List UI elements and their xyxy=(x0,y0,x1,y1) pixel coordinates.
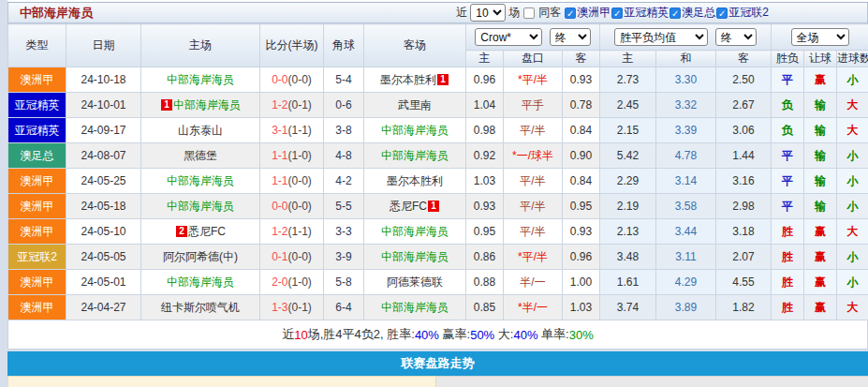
match-date: 24-05-25 xyxy=(66,169,141,194)
away-team-cell[interactable]: 中部海岸海员 xyxy=(364,219,466,245)
score-cell: 1-3(0-1) xyxy=(260,295,324,320)
league-badge: 澳洲甲 xyxy=(8,270,66,295)
handicap-away-odds: 1.03 xyxy=(563,295,600,320)
league-checkbox[interactable]: ✓ xyxy=(611,7,623,19)
away-team-cell[interactable]: 中部海岸海员 xyxy=(364,295,466,320)
team-name: 中部海岸海员 xyxy=(381,149,449,162)
match-row: 澳足总 24-08-07 黑德堡 1-1(1-0) 4-8 中部海岸海员 0.9… xyxy=(8,143,868,169)
league-checkbox[interactable]: ✓ xyxy=(716,7,728,19)
odds-time-select[interactable]: 终 xyxy=(715,28,757,46)
away-team-cell[interactable]: 中部海岸海员 xyxy=(364,143,466,169)
handicap-line: 平/半 xyxy=(504,169,563,194)
match-date: 24-10-01 xyxy=(66,93,141,118)
team-name: 中部海岸海员 xyxy=(167,275,234,289)
home-team-cell[interactable]: 中部海岸海员 xyxy=(141,194,260,219)
home-team-cell[interactable]: 2悉尼FC xyxy=(141,219,260,245)
summary-segment: 30% xyxy=(569,328,594,342)
league-badge: 澳洲甲 xyxy=(8,295,66,320)
home-team-cell[interactable]: 阿尔阿希德(中) xyxy=(141,245,260,270)
euro-home-odds: 2.29 xyxy=(600,169,656,194)
handicap-line: 半/一 xyxy=(504,270,563,295)
halftime-score: (0-0) xyxy=(288,250,312,263)
team-name: 中部海岸海员 xyxy=(167,73,234,86)
league-trend-button-label: 联赛盘路走势 xyxy=(402,355,475,372)
league-checkbox[interactable]: ✓ xyxy=(565,7,576,19)
team-name: 山东泰山 xyxy=(178,124,223,137)
result-goals: 大 xyxy=(837,295,868,320)
league-badge: 亚冠精英 xyxy=(8,93,66,118)
result-goals: 小 xyxy=(837,270,868,295)
result-handicap: 输 xyxy=(804,118,837,143)
col-header-type: 类型 xyxy=(8,24,66,67)
col-header-score: 比分(半场) xyxy=(260,24,324,67)
result-handicap: 赢 xyxy=(804,219,837,245)
team-name: 黑德堡 xyxy=(184,149,217,162)
next-section-sliver xyxy=(7,376,868,387)
euro-away-odds: 3.18 xyxy=(716,219,772,245)
away-team-cell[interactable]: 阿德莱德联 xyxy=(364,270,466,295)
handicap-home-odds: 0.96 xyxy=(466,67,504,93)
handicap-home-odds: 0.93 xyxy=(466,194,504,219)
handicap-home-odds: 0.86 xyxy=(466,245,504,270)
euro-away-odds: 4.55 xyxy=(716,270,772,295)
odds-type-select[interactable]: 胜平负均值 xyxy=(614,28,708,46)
match-date: 24-05-01 xyxy=(66,270,141,295)
home-team-cell[interactable]: 中部海岸海员 xyxy=(141,67,260,93)
odds-select-group: 胜平负均值 终 xyxy=(600,24,772,51)
handicap-away-odds: 0.93 xyxy=(563,67,600,93)
home-team-cell[interactable]: 中部海岸海员 xyxy=(141,270,260,295)
summary-segment: 50% xyxy=(470,328,494,342)
match-history-table: 类型 日期 主场 比分(半场) 角球 客场 Crow* 终 胜平负均值 xyxy=(7,23,868,320)
handicap-line: *半/一 xyxy=(504,295,563,320)
summary-segment: 场,胜4平4负2, 胜率: xyxy=(308,326,415,343)
halftime-score: (0-0) xyxy=(288,200,312,213)
handicap-away-odds: 0.84 xyxy=(563,169,600,194)
corner-score: 3-8 xyxy=(324,118,364,143)
fulltime-score: 0-1 xyxy=(272,250,287,263)
summary-segment: 40% xyxy=(415,328,439,342)
result-goals: 小 xyxy=(837,194,868,219)
team-name: 墨尔本胜利 xyxy=(387,174,443,187)
fulltime-score: 1-1 xyxy=(272,174,287,187)
home-team-cell[interactable]: 1中部海岸海员 xyxy=(141,93,260,118)
euro-draw-odds: 3.39 xyxy=(656,118,716,143)
recent-count-select[interactable]: 10 xyxy=(470,4,506,22)
corner-score: 3-3 xyxy=(324,219,364,245)
league-checkbox[interactable]: ✓ xyxy=(669,7,681,19)
away-team-cell[interactable]: 墨尔本胜利 xyxy=(364,169,466,194)
away-team-cell[interactable]: 中部海岸海员 xyxy=(364,118,466,143)
league-trend-button[interactable]: 联赛盘路走势 xyxy=(7,351,868,376)
away-team-cell[interactable]: 墨尔本胜利1 xyxy=(364,67,466,93)
handicap-time-select[interactable]: 终 xyxy=(550,28,591,46)
away-team-cell[interactable]: 中部海岸海员 xyxy=(364,245,466,270)
euro-away-odds: 3.16 xyxy=(716,169,772,194)
home-team-cell[interactable]: 山东泰山 xyxy=(141,118,260,143)
fulltime-score: 1-3 xyxy=(272,301,287,314)
result-handicap: 赢 xyxy=(804,295,837,320)
euro-home-odds: 1.61 xyxy=(600,270,656,295)
home-team-cell[interactable]: 黑德堡 xyxy=(141,143,260,169)
euro-draw-odds: 4.78 xyxy=(656,143,716,169)
home-team-cell[interactable]: 纽卡斯尔喷气机 xyxy=(141,295,260,320)
euro-away-odds: 2.07 xyxy=(716,245,772,270)
result-wdl: 负 xyxy=(772,118,804,143)
same-away-checkbox[interactable] xyxy=(523,7,535,19)
away-team-cell[interactable]: 悉尼FC1 xyxy=(364,194,466,219)
home-team-cell[interactable]: 中部海岸海员 xyxy=(141,169,260,194)
away-team-cell[interactable]: 武里南 xyxy=(364,93,466,118)
summary-segment: 大: xyxy=(494,326,513,343)
result-handicap: 赢 xyxy=(804,270,837,295)
handicap-away-odds: 0.93 xyxy=(563,219,600,245)
league-checkbox-label: 澳洲甲 xyxy=(577,5,611,21)
halftime-score: (0-0) xyxy=(288,73,312,86)
handicap-away-odds: 1.00 xyxy=(563,270,600,295)
col-header-hcp-away: 客 xyxy=(563,51,600,67)
euro-home-odds: 2.19 xyxy=(600,194,656,219)
scope-select[interactable]: 全场 xyxy=(791,28,849,46)
score-cell: 0-0(0-0) xyxy=(260,194,324,219)
match-date: 24-08-07 xyxy=(66,143,141,169)
halftime-score: (1-0) xyxy=(288,149,312,162)
fulltime-score: 1-2 xyxy=(272,225,287,238)
bookmaker-select[interactable]: Crow* xyxy=(475,28,542,46)
result-goals: 小 xyxy=(837,67,868,93)
